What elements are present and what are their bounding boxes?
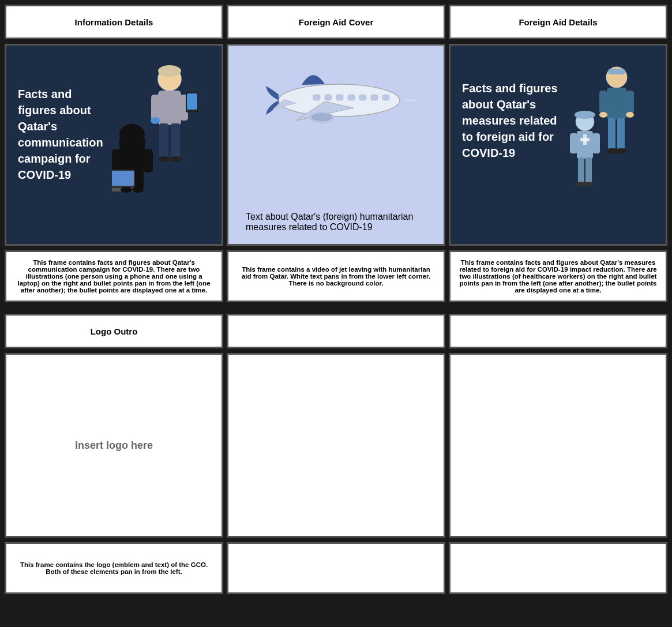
section-1-headers: Information Details Foreign Aid Cover Fo… [5, 5, 667, 39]
svg-point-43 [615, 148, 627, 154]
svg-rect-4 [171, 123, 180, 158]
col3-header: Foreign Aid Details [449, 5, 667, 39]
svg-point-41 [626, 112, 634, 118]
svg-rect-38 [599, 91, 607, 114]
svg-rect-30 [382, 95, 389, 100]
section-2-headers: Logo Outro [5, 314, 667, 348]
logo-preview-col3 [449, 353, 667, 538]
svg-point-21 [121, 187, 132, 193]
col3-description: This frame contains facts and figures ab… [449, 250, 667, 302]
svg-point-32 [311, 113, 332, 121]
svg-rect-49 [578, 157, 584, 183]
logo-col2-header [227, 314, 445, 348]
col1-description: This frame contains facts and figures ab… [5, 250, 223, 302]
svg-point-22 [132, 187, 144, 193]
col1-preview-text: Facts and figures about Qatar's communic… [18, 63, 112, 183]
svg-point-40 [599, 112, 607, 118]
section-2-previews: Insert logo here [5, 353, 667, 538]
svg-rect-36 [608, 118, 615, 149]
svg-rect-39 [626, 91, 634, 114]
col2-description: This frame contains a video of jet leavi… [227, 250, 445, 302]
col1-preview: Facts and figures about Qatar's communic… [5, 44, 223, 246]
svg-rect-2 [158, 91, 181, 125]
svg-point-45 [575, 111, 595, 119]
col3-preview-text: Facts and figures about Qatar's measures… [462, 63, 562, 161]
svg-point-9 [151, 117, 160, 124]
svg-point-54 [584, 182, 594, 186]
svg-point-10 [158, 156, 170, 162]
svg-rect-34 [608, 69, 625, 74]
svg-rect-35 [607, 88, 626, 119]
section-1-previews: Facts and figures about Qatar's communic… [5, 44, 667, 246]
svg-rect-48 [580, 138, 590, 141]
logo-preview-col1: Insert logo here [5, 353, 223, 538]
svg-rect-19 [112, 171, 134, 186]
svg-rect-50 [585, 157, 592, 183]
logo-desc-col1: This frame contains the logo (emblem and… [5, 542, 223, 594]
svg-rect-16 [112, 149, 121, 172]
svg-point-11 [170, 156, 181, 162]
logo-col3-header [449, 314, 667, 348]
svg-rect-7 [187, 93, 197, 110]
svg-rect-27 [348, 95, 355, 100]
logo-preview-col2 [227, 353, 445, 538]
col2-header: Foreign Aid Cover [227, 5, 445, 39]
col2-preview-text: Text about Qatar's (foreign) humanitaria… [246, 212, 426, 232]
svg-rect-52 [592, 133, 600, 153]
col3-illustration [562, 63, 654, 221]
svg-rect-25 [325, 95, 332, 100]
svg-rect-37 [617, 118, 625, 149]
svg-rect-3 [159, 123, 168, 158]
svg-rect-28 [359, 95, 366, 100]
logo-outro-header: Logo Outro [5, 314, 223, 348]
svg-rect-29 [371, 95, 378, 100]
col1-header: Information Details [5, 5, 223, 39]
section-2-descriptions: This frame contains the logo (emblem and… [5, 542, 667, 594]
col3-preview: Facts and figures about Qatar's measures… [449, 44, 667, 246]
svg-point-1 [158, 65, 181, 77]
logo-desc-col2 [227, 542, 445, 594]
svg-rect-51 [570, 133, 577, 153]
airplane-illustration [228, 46, 444, 138]
col1-illustration [112, 63, 210, 227]
logo-desc-col3 [449, 542, 667, 594]
svg-rect-26 [336, 95, 343, 100]
section-1-descriptions: This frame contains facts and figures ab… [5, 250, 667, 302]
col2-preview: Text about Qatar's (foreign) humanitaria… [227, 44, 445, 246]
svg-rect-24 [313, 95, 320, 100]
svg-rect-8 [151, 95, 159, 121]
svg-rect-17 [144, 149, 153, 172]
